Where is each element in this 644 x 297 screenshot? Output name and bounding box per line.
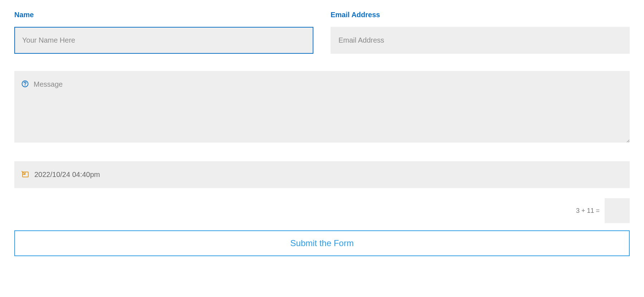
name-input[interactable] <box>14 27 313 54</box>
datetime-input[interactable] <box>14 161 630 188</box>
name-label: Name <box>14 11 313 19</box>
message-textarea[interactable] <box>14 71 630 143</box>
email-label: Email Address <box>331 11 630 19</box>
submit-button[interactable]: Submit the Form <box>14 230 630 256</box>
captcha-input[interactable] <box>605 198 630 223</box>
email-input[interactable] <box>331 27 630 54</box>
captcha-question: 3 + 11 = <box>576 207 600 215</box>
